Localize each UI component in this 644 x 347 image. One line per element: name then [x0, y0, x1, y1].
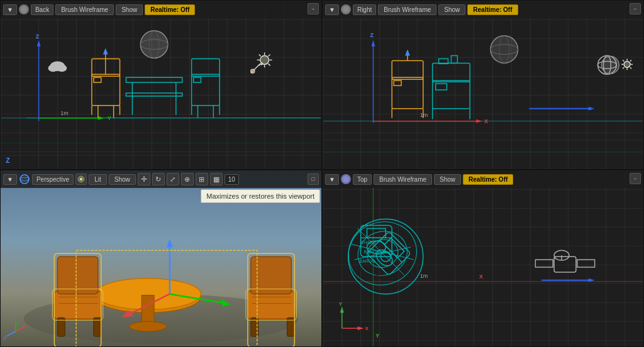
- svg-point-38: [57, 64, 67, 72]
- svg-marker-166: [589, 278, 595, 282]
- svg-rect-144: [367, 228, 386, 238]
- svg-rect-12: [92, 74, 120, 106]
- top-minimize-btn[interactable]: −: [630, 173, 641, 184]
- top-camera-icon: [341, 174, 351, 184]
- svg-rect-106: [54, 291, 101, 319]
- right-view-label[interactable]: Right: [353, 4, 376, 15]
- viewport-grid: ▼ Back Brush Wireframe Show Realtime: Of…: [0, 0, 644, 347]
- svg-rect-26: [194, 77, 201, 82]
- svg-text:1m: 1m: [60, 110, 68, 116]
- persp-rotate-icon[interactable]: ↻: [152, 173, 165, 185]
- svg-rect-74: [439, 58, 448, 63]
- svg-rect-62: [392, 77, 423, 109]
- right-realtime-btn[interactable]: Realtime: Off: [467, 4, 518, 15]
- svg-point-84: [603, 56, 611, 75]
- persp-tool3-icon[interactable]: ⊕: [181, 173, 194, 185]
- svg-text:Y: Y: [375, 333, 379, 339]
- top-wireframe-btn[interactable]: Brush Wireframe: [374, 174, 432, 185]
- svg-line-92: [630, 60, 631, 61]
- svg-point-39: [260, 56, 269, 65]
- top-view-label[interactable]: Top: [353, 174, 372, 185]
- svg-line-91: [630, 67, 631, 69]
- svg-point-153: [363, 235, 402, 272]
- svg-rect-0: [1, 18, 321, 169]
- svg-marker-20: [103, 48, 108, 55]
- svg-marker-168: [358, 326, 364, 330]
- svg-text:Z: Z: [36, 33, 40, 40]
- svg-rect-63: [394, 80, 401, 85]
- persp-dropdown-arrow: ▼: [7, 176, 13, 183]
- persp-lit-btn[interactable]: Lit: [89, 174, 107, 185]
- persp-show-btn[interactable]: Show: [109, 174, 136, 185]
- svg-text:BARON: BARON: [360, 259, 375, 263]
- back-wireframe-btn[interactable]: Brush Wireframe: [55, 4, 114, 15]
- right-view-dropdown[interactable]: ▼: [325, 4, 339, 15]
- back-show-btn[interactable]: Show: [116, 4, 143, 15]
- top-view-dropdown[interactable]: ▼: [325, 174, 339, 185]
- svg-rect-13: [94, 77, 101, 82]
- svg-marker-81: [589, 107, 595, 111]
- persp-scene-svg: [1, 188, 321, 346]
- svg-point-76: [491, 36, 518, 63]
- persp-maximize-btn[interactable]: □: [308, 174, 319, 185]
- persp-snap-icon[interactable]: ⊞: [196, 173, 208, 185]
- svg-point-82: [597, 56, 616, 75]
- svg-point-85: [624, 61, 630, 67]
- svg-point-150: [374, 247, 396, 269]
- svg-rect-73: [433, 63, 470, 82]
- svg-rect-70: [436, 84, 447, 90]
- persp-number[interactable]: 10: [225, 174, 239, 185]
- right-dropdown-arrow: ▼: [329, 6, 335, 13]
- back-axis-labels: Z: [6, 157, 10, 164]
- back-camera-icon: [19, 4, 29, 14]
- svg-point-34: [140, 40, 168, 50]
- persp-view-dropdown[interactable]: ▼: [3, 174, 17, 185]
- svg-point-146: [367, 241, 386, 253]
- back-realtime-btn[interactable]: Realtime: Off: [145, 4, 195, 15]
- svg-marker-6: [37, 40, 41, 47]
- svg-point-77: [491, 36, 518, 63]
- svg-point-95: [601, 56, 619, 74]
- right-minimize-btn[interactable]: −: [630, 3, 641, 14]
- persp-view-label[interactable]: Perspective: [32, 174, 74, 185]
- svg-point-94: [601, 56, 619, 74]
- svg-rect-114: [248, 291, 294, 319]
- svg-rect-135: [323, 188, 643, 346]
- svg-rect-21: [126, 77, 182, 82]
- svg-marker-59: [476, 119, 482, 123]
- svg-point-83: [597, 61, 616, 69]
- persp-scale-icon[interactable]: ⤢: [167, 173, 179, 185]
- back-minimize-btn[interactable]: −: [308, 3, 319, 14]
- back-view-label[interactable]: Back: [31, 4, 53, 15]
- svg-text:1m: 1m: [420, 112, 428, 118]
- svg-text:Z: Z: [370, 32, 374, 38]
- svg-marker-123: [167, 239, 173, 247]
- back-scene-svg: Z Y 1m: [1, 18, 321, 169]
- svg-point-78: [491, 45, 518, 55]
- top-realtime-btn[interactable]: Realtime: Off: [463, 174, 513, 185]
- svg-text:X: X: [479, 273, 483, 280]
- right-wireframe-btn[interactable]: Brush Wireframe: [378, 4, 436, 15]
- top-dropdown-arrow: ▼: [329, 176, 335, 183]
- back-view-dropdown[interactable]: ▼: [3, 4, 17, 15]
- perspective-toolbar: ▼ Perspective Lit Show ✛: [1, 170, 321, 188]
- svg-rect-31: [192, 58, 220, 76]
- svg-point-152: [352, 224, 413, 282]
- svg-point-50: [251, 69, 255, 73]
- persp-lit-icon: [75, 174, 87, 185]
- svg-rect-24: [126, 93, 182, 96]
- svg-line-149: [380, 240, 402, 262]
- right-show-btn[interactable]: Show: [438, 4, 465, 15]
- persp-move-icon[interactable]: ✛: [138, 173, 150, 185]
- svg-rect-75: [451, 56, 457, 63]
- top-show-btn[interactable]: Show: [434, 174, 461, 185]
- persp-grid-icon[interactable]: ▦: [210, 173, 223, 185]
- back-toolbar: ▼ Back Brush Wireframe Show Realtime: Of…: [1, 1, 321, 18]
- svg-text:1m: 1m: [420, 273, 428, 279]
- right-scene-svg: Z X 1m: [323, 18, 643, 169]
- svg-point-151: [340, 212, 425, 295]
- svg-rect-66: [392, 60, 423, 79]
- svg-rect-148: [384, 238, 404, 258]
- svg-text:Y: Y: [339, 301, 343, 307]
- svg-rect-107: [57, 256, 97, 294]
